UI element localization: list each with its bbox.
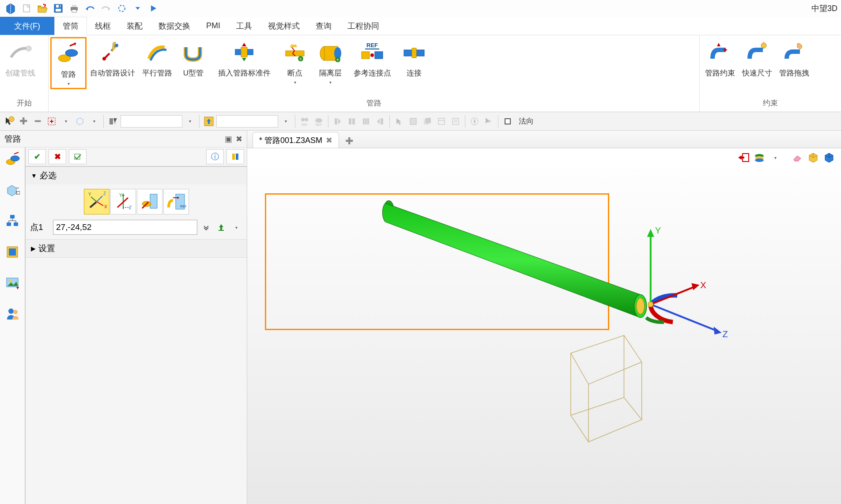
isolation-button[interactable]: + 隔离层 ▾: [313, 37, 348, 87]
panel-close-icon[interactable]: ✖: [236, 134, 242, 144]
apply-button[interactable]: [69, 149, 87, 164]
cursor-hint-icon[interactable]: [3, 115, 16, 128]
vtab-box-icon[interactable]: [3, 181, 22, 199]
filter-combo[interactable]: [121, 115, 182, 128]
mode-surface-button[interactable]: [137, 189, 162, 214]
chevron-down-icon[interactable]: ▾: [230, 221, 242, 234]
ref-conn-button[interactable]: REF 参考连接点: [348, 37, 396, 80]
compass-icon[interactable]: [468, 115, 481, 128]
cube-blue-icon[interactable]: [822, 151, 836, 164]
help-button[interactable]: [226, 149, 244, 164]
u-pipe-button[interactable]: U型管: [176, 37, 211, 80]
vtab-tree-icon[interactable]: [3, 212, 22, 230]
panel-restore-icon[interactable]: ▣: [225, 134, 232, 144]
pipe-drag-button[interactable]: 管路拖拽: [776, 37, 813, 80]
connect-button[interactable]: 连接: [396, 37, 432, 80]
chevron-down-icon[interactable]: ▾: [183, 115, 196, 128]
mode-ref-button[interactable]: REF: [163, 189, 189, 214]
svg-rect-69: [367, 118, 369, 124]
redo-icon[interactable]: [99, 1, 113, 15]
chevron-down-icon[interactable]: ▾: [87, 115, 101, 128]
mode-axis-button[interactable]: YZ: [110, 189, 136, 214]
menu-tab-pmi[interactable]: PMI: [198, 17, 228, 35]
svg-line-89: [14, 152, 19, 154]
expand-down-icon[interactable]: [200, 221, 212, 234]
new-icon[interactable]: [19, 1, 34, 15]
menu-tab-visual-style[interactable]: 视觉样式: [260, 17, 308, 35]
chevron-down-icon[interactable]: ▾: [59, 115, 72, 128]
layers-icon[interactable]: [753, 151, 766, 164]
chevron-down-icon[interactable]: ▾: [769, 151, 782, 164]
pipe-constraint-button[interactable]: 管路约束: [701, 37, 739, 80]
vtab-user-icon[interactable]: [3, 305, 22, 323]
doc-tool-4-icon[interactable]: [449, 115, 462, 128]
square-icon[interactable]: [501, 115, 514, 128]
point1-input[interactable]: [53, 220, 197, 235]
add-tab-button[interactable]: ✚: [343, 135, 356, 148]
cursor-tool-icon[interactable]: [392, 115, 406, 128]
cursor-arrow-icon[interactable]: [482, 115, 495, 128]
exit-icon[interactable]: [737, 151, 750, 164]
svg-rect-23: [241, 47, 247, 57]
3d-viewport[interactable]: Y X Z: [247, 167, 841, 504]
open-icon[interactable]: [35, 1, 49, 15]
main-area: 管路 ▣ ✖ ✔ ✖ ⓘ: [0, 131, 841, 504]
menu-tab-assembly[interactable]: 装配: [119, 17, 151, 35]
chevron-down-icon[interactable]: ▾: [279, 115, 292, 128]
play-icon[interactable]: [147, 1, 161, 15]
selection-box-icon[interactable]: [45, 115, 58, 128]
plus-icon[interactable]: ✚: [17, 115, 30, 128]
doc-tool-1-icon[interactable]: [407, 115, 420, 128]
vtab-image-icon[interactable]: [3, 274, 22, 292]
auto-pipe-button[interactable]: 自动管路设计: [87, 37, 139, 80]
document-tab[interactable]: * 管路001.Z3ASM ✖: [253, 132, 339, 148]
menu-tab-tools[interactable]: 工具: [228, 17, 260, 35]
connect-icon: [401, 39, 427, 65]
svg-marker-13: [151, 5, 156, 11]
menu-tab-data-exchange[interactable]: 数据交换: [151, 17, 198, 35]
parallel-pipe-button[interactable]: 平行管路: [139, 37, 176, 80]
pick-point-icon[interactable]: [215, 221, 227, 234]
ok-button[interactable]: ✔: [28, 149, 46, 164]
dropdown-icon[interactable]: [131, 1, 145, 15]
ref-tool-2-icon[interactable]: REF: [312, 115, 325, 128]
cancel-button[interactable]: ✖: [49, 149, 66, 164]
align-2-icon[interactable]: [345, 115, 358, 128]
quick-dim-button[interactable]: 快速尺寸: [739, 37, 776, 80]
tab-close-icon[interactable]: ✖: [326, 135, 332, 145]
save-icon[interactable]: [51, 1, 65, 15]
print-icon[interactable]: [67, 1, 81, 15]
filter-icon[interactable]: [106, 115, 120, 128]
align-4-icon[interactable]: [373, 115, 387, 128]
align-1-icon[interactable]: [331, 115, 344, 128]
refresh-icon[interactable]: [115, 1, 129, 15]
cube-yellow-icon[interactable]: [807, 151, 820, 164]
doc-tool-3-icon[interactable]: [435, 115, 448, 128]
break-point-button[interactable]: + 断点 ▾: [277, 37, 313, 87]
menu-file[interactable]: 文件(F): [0, 17, 54, 35]
doc-tool-2-icon[interactable]: [421, 115, 434, 128]
section-required-header[interactable]: ▼ 必选: [26, 167, 247, 184]
minus-icon[interactable]: ━: [31, 115, 44, 128]
menu-tab-wireframe[interactable]: 线框: [87, 17, 119, 35]
ref-tool-1-icon[interactable]: REF: [298, 115, 311, 128]
menu-tab-pipe[interactable]: 管筒: [54, 17, 87, 35]
vtab-pipe-icon[interactable]: [3, 150, 22, 169]
pipe-button[interactable]: 管路 ▾: [50, 37, 87, 89]
menu-tab-query[interactable]: 查询: [308, 17, 339, 35]
undo-icon[interactable]: [83, 1, 97, 15]
section-settings-header[interactable]: ▶ 设置: [26, 240, 247, 257]
app-logo-icon[interactable]: [4, 1, 18, 15]
eraser-icon[interactable]: [791, 151, 804, 164]
vtab-cube-icon[interactable]: [3, 243, 22, 261]
menu-tab-collab[interactable]: 工程协同: [339, 17, 387, 35]
create-pipeline-button[interactable]: 创建管线: [2, 37, 39, 80]
align-3-icon[interactable]: [359, 115, 373, 128]
insert-std-button[interactable]: 插入管路标准件: [211, 37, 277, 80]
info-button[interactable]: ⓘ: [206, 149, 224, 164]
import-combo[interactable]: [216, 115, 278, 128]
svg-text:+: +: [299, 56, 302, 61]
hexagon-icon[interactable]: [73, 115, 87, 128]
import-icon[interactable]: [202, 115, 215, 128]
mode-xyz-button[interactable]: XYZ: [84, 189, 109, 214]
